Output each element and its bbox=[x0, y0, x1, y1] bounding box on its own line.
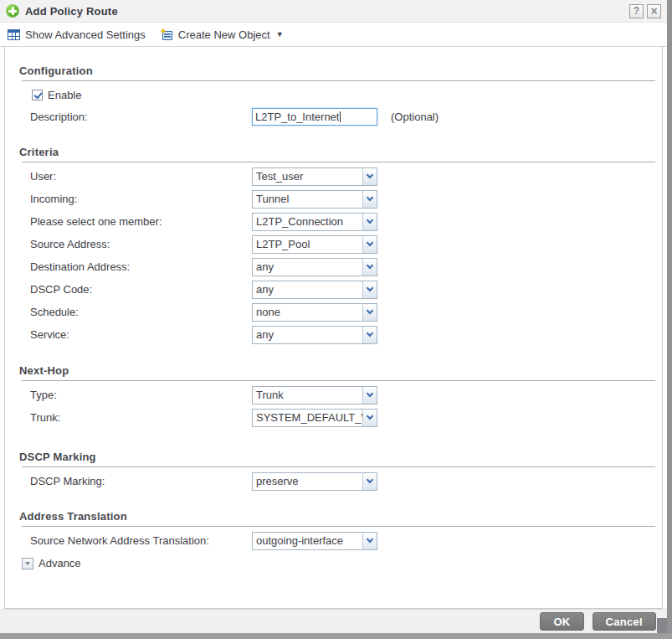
type-select-value: Trunk bbox=[253, 387, 362, 404]
advance-expand-icon[interactable] bbox=[22, 558, 33, 569]
section-next-hop: Next-Hop Type: Trunk Trunk: SYSTEM_DEFAU… bbox=[19, 364, 655, 429]
chevron-down-icon[interactable] bbox=[362, 473, 377, 490]
dialog-toolbar: Show Advanced Settings Create New Object… bbox=[0, 23, 667, 47]
close-icon: × bbox=[650, 5, 657, 17]
chevron-down-icon[interactable] bbox=[362, 533, 377, 549]
close-button[interactable]: × bbox=[647, 4, 661, 18]
snat-row: Source Network Address Translation: outg… bbox=[19, 529, 655, 552]
type-label: Type: bbox=[30, 389, 252, 401]
dscp-marking-select[interactable]: preserve bbox=[252, 472, 377, 491]
incoming-select-value: Tunnel bbox=[253, 191, 362, 208]
scrollbar-corner bbox=[657, 618, 667, 633]
chevron-down-icon[interactable] bbox=[362, 327, 377, 343]
trunk-label: Trunk: bbox=[30, 411, 252, 424]
user-row: User: Test_user bbox=[19, 165, 655, 188]
chevron-down-icon[interactable] bbox=[362, 387, 377, 404]
enable-row: Enable bbox=[19, 84, 655, 106]
show-advanced-settings-label: Show Advanced Settings bbox=[25, 28, 146, 41]
destination-address-row: Destination Address: any bbox=[19, 255, 655, 278]
ok-button[interactable]: OK bbox=[540, 612, 583, 631]
schedule-row: Schedule: none bbox=[19, 301, 655, 323]
chevron-down-icon[interactable] bbox=[362, 168, 377, 185]
section-divider bbox=[22, 466, 655, 467]
section-divider bbox=[22, 526, 655, 527]
member-label: Please select one member: bbox=[30, 215, 252, 228]
chevron-down-icon[interactable] bbox=[362, 259, 377, 276]
help-button[interactable]: ? bbox=[629, 4, 644, 18]
type-select[interactable]: Trunk bbox=[252, 386, 377, 405]
chevron-down-icon[interactable] bbox=[362, 304, 377, 321]
dialog-title: Add Policy Route bbox=[25, 5, 118, 18]
user-label: User: bbox=[30, 170, 252, 183]
help-icon: ? bbox=[634, 6, 639, 16]
advance-toggle[interactable]: Advance bbox=[22, 557, 655, 569]
section-divider bbox=[22, 380, 655, 381]
chevron-down-icon[interactable] bbox=[362, 410, 377, 426]
description-label: Description: bbox=[30, 111, 252, 123]
chevron-down-icon[interactable] bbox=[362, 214, 377, 230]
section-heading-criteria: Criteria bbox=[19, 146, 655, 158]
section-address-translation: Address Translation Source Network Addre… bbox=[19, 510, 655, 569]
section-dscp-marking: DSCP Marking DSCP Marking: preserve bbox=[19, 451, 655, 492]
create-new-object-button[interactable]: Create New Object▼ bbox=[161, 28, 284, 41]
member-row: Please select one member: L2TP_Connectio… bbox=[19, 210, 655, 233]
create-new-object-label: Create New Object bbox=[178, 28, 270, 41]
section-heading-address-translation: Address Translation bbox=[19, 510, 655, 523]
trunk-select-value: SYSTEM_DEFAULT_WAN_TRUNK bbox=[253, 410, 362, 426]
incoming-row: Incoming: Tunnel bbox=[19, 188, 655, 210]
service-select[interactable]: any bbox=[252, 326, 377, 344]
dscp-code-row: DSCP Code: any bbox=[19, 278, 655, 301]
table-grid-icon bbox=[8, 29, 20, 40]
description-input[interactable]: L2TP_to_Internet bbox=[252, 108, 377, 126]
member-select-value: L2TP_Connection bbox=[253, 214, 362, 230]
add-plus-icon bbox=[6, 4, 19, 18]
snat-select-value: outgoing-interface bbox=[253, 533, 362, 549]
add-policy-route-dialog: Add Policy Route ? × Show Advanced Setti… bbox=[0, 0, 667, 633]
window-edge-right bbox=[667, 0, 672, 633]
user-select[interactable]: Test_user bbox=[252, 167, 377, 186]
dscp-marking-select-value: preserve bbox=[253, 473, 362, 490]
section-criteria: Criteria User: Test_user Incoming: Tunne… bbox=[19, 146, 655, 346]
destination-address-select[interactable]: any bbox=[252, 258, 377, 276]
chevron-down-icon[interactable] bbox=[362, 281, 377, 298]
dialog-content-panel: Configuration Enable Description: L2TP_t… bbox=[4, 47, 663, 609]
member-select[interactable]: L2TP_Connection bbox=[252, 213, 377, 231]
enable-checkbox[interactable] bbox=[32, 90, 43, 100]
type-row: Type: Trunk bbox=[19, 384, 655, 406]
trunk-row: Trunk: SYSTEM_DEFAULT_WAN_TRUNK bbox=[19, 406, 655, 429]
schedule-select[interactable]: none bbox=[252, 303, 377, 322]
incoming-select[interactable]: Tunnel bbox=[252, 190, 377, 209]
dialog-footer: OK Cancel bbox=[0, 609, 667, 633]
cancel-button[interactable]: Cancel bbox=[592, 612, 656, 631]
description-value: L2TP_to_Internet bbox=[255, 111, 339, 123]
trunk-select[interactable]: SYSTEM_DEFAULT_WAN_TRUNK bbox=[252, 409, 377, 427]
chevron-down-icon[interactable] bbox=[362, 191, 377, 208]
service-select-value: any bbox=[253, 327, 362, 343]
dscp-code-label: DSCP Code: bbox=[30, 283, 252, 296]
section-heading-next-hop: Next-Hop bbox=[19, 364, 655, 377]
section-configuration: Configuration Enable Description: L2TP_t… bbox=[19, 64, 655, 128]
chevron-down-icon[interactable] bbox=[362, 236, 377, 253]
service-row: Service: any bbox=[19, 323, 655, 346]
dialog-titlebar: Add Policy Route ? × bbox=[0, 0, 667, 23]
window-edge-bottom bbox=[0, 633, 672, 639]
optional-note: (Optional) bbox=[391, 111, 439, 123]
source-address-label: Source Address: bbox=[30, 238, 252, 250]
dscp-code-select[interactable]: any bbox=[252, 281, 377, 299]
text-cursor bbox=[340, 111, 341, 122]
advance-label: Advance bbox=[38, 557, 81, 569]
description-row: Description: L2TP_to_Internet (Optional) bbox=[19, 106, 655, 128]
enable-label: Enable bbox=[48, 89, 81, 101]
new-object-icon bbox=[161, 28, 173, 40]
source-address-select[interactable]: L2TP_Pool bbox=[252, 235, 377, 254]
section-divider bbox=[22, 80, 655, 81]
show-advanced-settings-button[interactable]: Show Advanced Settings bbox=[8, 28, 146, 41]
destination-address-label: Destination Address: bbox=[30, 260, 252, 273]
user-select-value: Test_user bbox=[253, 168, 362, 185]
snat-label: Source Network Address Translation: bbox=[30, 534, 252, 547]
snat-select[interactable]: outgoing-interface bbox=[252, 532, 377, 550]
section-heading-configuration: Configuration bbox=[19, 64, 655, 77]
section-heading-dscp-marking: DSCP Marking bbox=[19, 451, 655, 463]
destination-address-select-value: any bbox=[253, 259, 362, 276]
dscp-marking-row: DSCP Marking: preserve bbox=[19, 470, 655, 492]
